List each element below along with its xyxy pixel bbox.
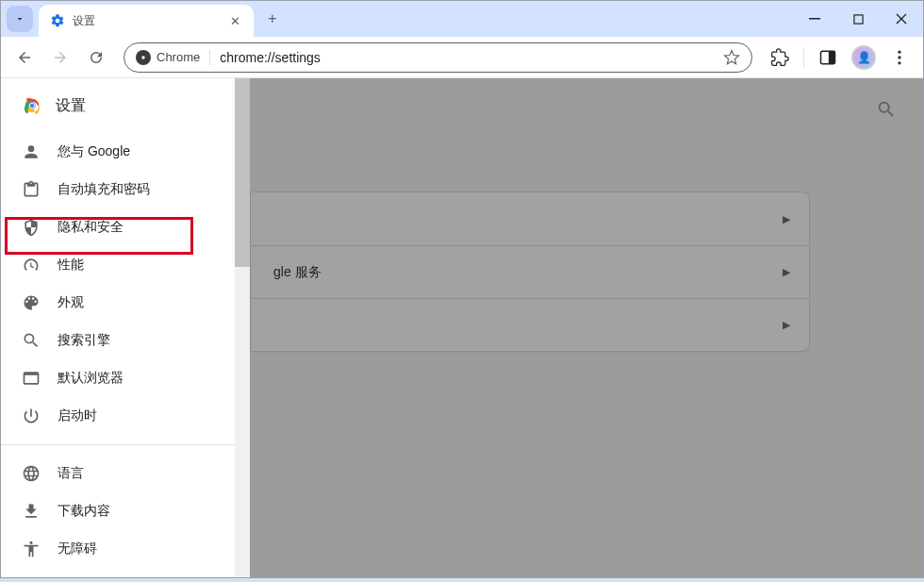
search-icon	[876, 99, 897, 120]
maximize-button[interactable]	[836, 1, 880, 37]
tab-search-dropdown[interactable]	[7, 6, 33, 32]
forward-button[interactable]	[44, 42, 76, 74]
sidebar-item-on-startup[interactable]: 启动时	[1, 397, 241, 435]
svg-point-8	[898, 61, 900, 64]
gear-icon	[50, 13, 65, 28]
url-text: chrome://settings	[220, 50, 723, 65]
new-tab-button[interactable]: +	[259, 6, 286, 32]
reload-icon	[88, 49, 105, 66]
sidebar-item-label: 自动填充和密码	[58, 181, 150, 198]
sidebar-item-label: 语言	[58, 465, 84, 482]
svg-point-3	[141, 56, 144, 58]
accessibility-icon	[22, 540, 41, 558]
search-icon	[22, 331, 41, 350]
sidebar-item-autofill[interactable]: 自动填充和密码	[1, 171, 241, 208]
tab-title: 设置	[73, 13, 227, 29]
back-button[interactable]	[8, 42, 41, 74]
sidebar-header: 设置	[1, 78, 249, 133]
chevron-right-icon: ▶	[783, 213, 790, 225]
card-row[interactable]: ▶	[251, 192, 809, 245]
dots-vertical-icon	[890, 48, 909, 67]
person-icon	[22, 142, 41, 161]
sidebar-item-label: 隐私和安全	[58, 219, 124, 236]
omnibox[interactable]: Chrome chrome://settings	[124, 42, 752, 73]
star-icon	[723, 49, 740, 66]
svg-rect-0	[809, 18, 820, 20]
sidebar-item-default-browser[interactable]: 默认浏览器	[1, 359, 241, 397]
sidebar-item-privacy-security[interactable]: 隐私和安全	[1, 208, 241, 246]
settings-main: ▶ gle 服务 ▶ ▶	[250, 78, 923, 577]
browser-tab[interactable]: 设置 ✕	[39, 5, 254, 37]
sidebar-item-label: 性能	[58, 257, 84, 274]
settings-search-button[interactable]	[876, 99, 897, 120]
sidebar-item-you-and-google[interactable]: 您与 Google	[1, 133, 241, 171]
chip-label: Chrome	[157, 50, 200, 64]
svg-point-7	[898, 56, 900, 58]
speedometer-icon	[22, 256, 41, 274]
svg-rect-1	[853, 14, 862, 23]
sidebar-item-label: 下载内容	[58, 503, 110, 520]
globe-icon	[22, 464, 41, 483]
sidebar-scrollbar[interactable]	[235, 78, 250, 577]
sidebar-item-search-engine[interactable]: 搜索引擎	[1, 322, 241, 359]
profile-button[interactable]: 👤	[848, 42, 880, 74]
chevron-right-icon: ▶	[783, 319, 790, 331]
tab-close-button[interactable]: ✕	[227, 13, 242, 28]
sidebar-item-label: 搜索引擎	[58, 332, 110, 349]
chevron-right-icon: ▶	[783, 266, 790, 278]
sidebar-item-downloads[interactable]: 下载内容	[1, 492, 241, 530]
row-label: gle 服务	[273, 264, 322, 281]
arrow-right-icon	[52, 49, 69, 66]
shield-icon	[22, 218, 41, 237]
download-icon	[22, 502, 41, 521]
chrome-logo-icon	[22, 95, 42, 116]
reload-button[interactable]	[80, 42, 112, 74]
clipboard-icon	[22, 180, 41, 199]
browser-window-icon	[22, 369, 41, 388]
kebab-menu-button[interactable]	[883, 42, 916, 74]
arrow-left-icon	[16, 49, 33, 66]
sidebar-item-label: 默认浏览器	[58, 370, 124, 387]
scrollbar-thumb[interactable]	[235, 78, 250, 267]
extensions-button[interactable]	[764, 42, 796, 74]
minimize-button[interactable]	[793, 1, 836, 37]
puzzle-icon	[770, 48, 789, 67]
svg-rect-5	[829, 51, 835, 63]
avatar-icon: 👤	[851, 45, 876, 70]
sidebar-title: 设置	[56, 96, 86, 116]
chevron-down-icon	[14, 13, 25, 25]
palette-icon	[22, 293, 41, 312]
settings-card: ▶ gle 服务 ▶ ▶	[250, 191, 810, 352]
sidebar-item-accessibility[interactable]: 无障碍	[1, 530, 241, 568]
sidebar-item-languages[interactable]: 语言	[1, 455, 241, 492]
toolbar-separator	[803, 47, 804, 68]
sidebar-divider	[1, 444, 249, 445]
panel-icon	[818, 48, 837, 67]
side-panel-button[interactable]	[812, 42, 844, 74]
power-icon	[22, 407, 41, 425]
address-bar-row: Chrome chrome://settings 👤	[1, 37, 923, 78]
sidebar-item-appearance[interactable]: 外观	[1, 284, 241, 322]
card-row[interactable]: ▶	[251, 298, 809, 351]
sidebar-item-performance[interactable]: 性能	[1, 246, 241, 284]
settings-sidebar: 设置 您与 Google 自动填充和密码 隐私和安全 性能 外观	[1, 78, 250, 577]
tab-strip: 设置 ✕ +	[1, 1, 923, 37]
sidebar-item-label: 无障碍	[58, 540, 97, 557]
close-window-button[interactable]	[880, 1, 923, 37]
sidebar-item-label: 您与 Google	[58, 143, 130, 160]
url-chip: Chrome	[136, 50, 210, 65]
sidebar-item-label: 外观	[58, 294, 84, 311]
chrome-icon-mono	[136, 50, 151, 65]
svg-point-6	[898, 50, 900, 53]
card-row-sync-google[interactable]: gle 服务 ▶	[251, 245, 809, 298]
sidebar-item-label: 启动时	[58, 407, 97, 424]
bookmark-star-button[interactable]	[723, 49, 740, 66]
